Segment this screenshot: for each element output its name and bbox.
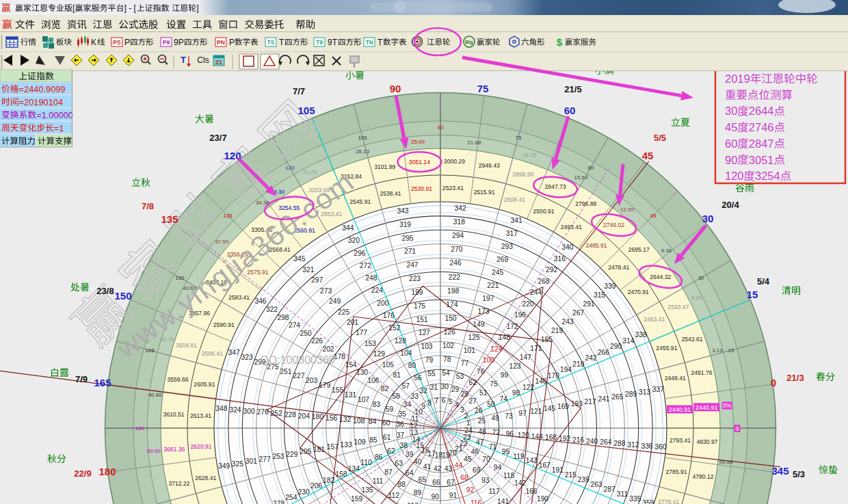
svg-text:289: 289 <box>625 390 637 398</box>
svg-text:=20190104: =20190104 <box>19 97 63 107</box>
svg-text:2644: 2644 <box>749 105 774 117</box>
svg-text:273: 273 <box>320 287 332 295</box>
svg-text:2493.41: 2493.41 <box>561 224 582 230</box>
svg-text:245: 245 <box>492 269 503 276</box>
svg-text:3000.29: 3000.29 <box>444 158 465 165</box>
svg-text:Big: Big <box>465 40 473 45</box>
svg-text:346: 346 <box>254 297 266 305</box>
svg-text:3.13: 3.13 <box>712 347 723 354</box>
svg-text:5: 5 <box>449 398 453 406</box>
svg-text:270: 270 <box>451 246 462 253</box>
svg-text:244: 244 <box>530 289 542 296</box>
svg-text:204: 204 <box>298 412 310 420</box>
svg-text:56: 56 <box>414 374 422 382</box>
svg-text:174: 174 <box>446 301 458 308</box>
svg-text:122: 122 <box>522 384 534 391</box>
svg-text:35: 35 <box>399 410 407 418</box>
svg-text:250: 250 <box>300 330 311 337</box>
svg-text:84: 84 <box>369 418 377 425</box>
svg-text:191: 191 <box>552 466 564 474</box>
svg-text:123: 123 <box>509 362 520 370</box>
svg-text:182: 182 <box>323 477 334 484</box>
svg-text:278: 278 <box>273 500 284 504</box>
svg-text:198: 198 <box>447 287 459 295</box>
svg-text:23: 23 <box>463 434 471 441</box>
svg-text:3712.22: 3712.22 <box>168 480 189 487</box>
svg-text:94: 94 <box>494 464 502 471</box>
svg-text:2515.91: 2515.91 <box>473 189 494 196</box>
svg-text:175: 175 <box>414 302 425 310</box>
svg-text:86: 86 <box>375 453 383 461</box>
svg-text:63: 63 <box>395 460 403 467</box>
svg-text:34: 34 <box>403 401 412 408</box>
svg-text:318: 318 <box>453 218 465 226</box>
svg-text:40: 40 <box>414 458 422 466</box>
svg-text:27: 27 <box>468 397 477 405</box>
svg-text:252: 252 <box>271 410 282 417</box>
svg-text:224: 224 <box>371 287 383 294</box>
svg-text:150: 150 <box>114 290 131 302</box>
svg-text:148: 148 <box>499 334 510 341</box>
svg-text:77: 77 <box>461 360 469 367</box>
svg-text:67: 67 <box>447 479 455 486</box>
svg-text:219: 219 <box>551 327 563 334</box>
svg-text:141: 141 <box>497 498 509 504</box>
svg-text:2491.76: 2491.76 <box>691 369 712 376</box>
svg-text:0%: 0% <box>723 402 732 409</box>
svg-text:30: 30 <box>441 383 449 390</box>
svg-text:298: 298 <box>277 314 289 321</box>
svg-text:2695.17: 2695.17 <box>628 246 650 253</box>
svg-text:324: 324 <box>229 406 241 414</box>
svg-text:42: 42 <box>434 465 442 473</box>
svg-text:=1: =1 <box>54 123 64 133</box>
svg-text:62: 62 <box>387 447 395 455</box>
svg-text:135: 135 <box>223 213 233 219</box>
svg-text:126: 126 <box>444 328 455 336</box>
svg-text:75: 75 <box>490 380 498 388</box>
svg-text:32: 32 <box>420 387 428 395</box>
svg-text:173: 173 <box>477 308 489 315</box>
svg-text:15: 15 <box>728 347 734 354</box>
svg-text:46: 46 <box>471 448 479 455</box>
svg-text:P: P <box>229 38 235 47</box>
svg-text:4: 4 <box>455 401 459 409</box>
svg-text:227: 227 <box>293 372 304 380</box>
svg-text:50.00: 50.00 <box>147 448 161 454</box>
svg-text:197: 197 <box>482 295 494 302</box>
svg-text:21: 21 <box>215 59 222 66</box>
svg-text:132: 132 <box>339 416 351 423</box>
svg-text:3101.99: 3101.99 <box>374 163 395 170</box>
svg-text:251: 251 <box>280 368 291 375</box>
svg-text:240: 240 <box>586 438 598 445</box>
svg-text:159: 159 <box>351 495 362 503</box>
svg-text:85: 85 <box>369 436 377 444</box>
svg-text:103: 103 <box>421 343 432 350</box>
svg-text:T: T <box>279 38 284 47</box>
svg-text:121: 121 <box>530 408 542 415</box>
svg-text:192: 192 <box>559 435 570 442</box>
svg-text:253: 253 <box>272 453 284 460</box>
svg-text:89: 89 <box>414 489 422 496</box>
svg-text:43: 43 <box>445 465 453 473</box>
svg-text:202: 202 <box>322 345 334 353</box>
svg-text:30: 30 <box>725 105 737 117</box>
svg-text:129: 129 <box>373 350 385 358</box>
svg-text:241: 241 <box>598 395 609 403</box>
svg-text:321: 321 <box>302 266 314 274</box>
svg-text:2644.32: 2644.32 <box>650 274 671 280</box>
svg-text:P9: P9 <box>163 39 170 46</box>
svg-text:167: 167 <box>539 462 551 469</box>
svg-text:4780.12: 4780.12 <box>692 473 713 480</box>
svg-text:7/8: 7/8 <box>142 201 154 211</box>
svg-text:90: 90 <box>431 493 439 501</box>
svg-text:201: 201 <box>347 319 358 326</box>
svg-text:9P: 9P <box>174 38 184 47</box>
svg-text:2523.41: 2523.41 <box>442 185 464 191</box>
svg-text:2545.91: 2545.91 <box>349 198 371 205</box>
svg-text:T9: T9 <box>316 39 323 46</box>
svg-text:147: 147 <box>520 354 531 361</box>
svg-text:128: 128 <box>395 337 406 345</box>
svg-text:45: 45 <box>464 455 472 463</box>
svg-text:90: 90 <box>438 124 444 131</box>
svg-text:31.25: 31.25 <box>303 169 317 175</box>
